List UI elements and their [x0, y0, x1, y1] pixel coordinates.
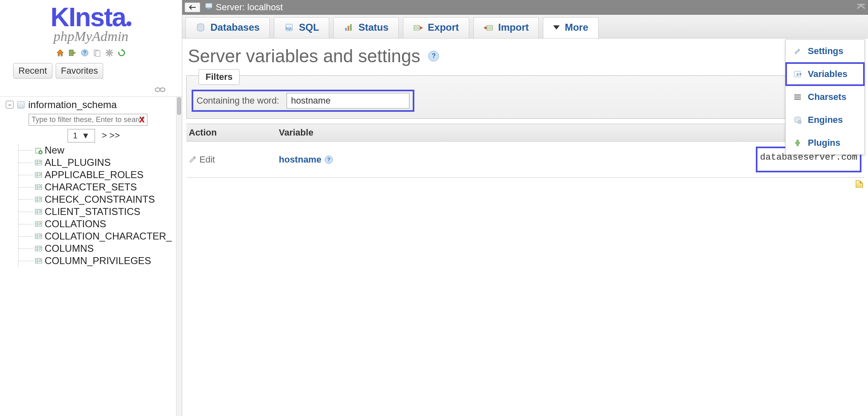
tab-status[interactable]: Status — [333, 17, 398, 38]
tree-table-item[interactable]: COLUMN_PRIVILEGES — [18, 255, 182, 267]
tree-table-item[interactable]: ALL_PLUGINS — [18, 156, 182, 169]
svg-rect-55 — [35, 258, 42, 263]
svg-point-18 — [160, 88, 165, 91]
db-tree: − information_schema X 1 ▼ > >> — [0, 96, 182, 416]
database-icon — [17, 101, 25, 109]
page-content: Server variables and settings ? Filters … — [182, 38, 868, 416]
tab-sql-label: SQL — [299, 22, 319, 33]
help-icon[interactable]: ? — [428, 51, 439, 61]
page-select[interactable]: 1 ▼ — [68, 129, 95, 142]
clear-filter-icon[interactable]: X — [139, 115, 145, 124]
tree-table-label: APPLICABLE_ROLES — [45, 169, 143, 181]
table-icon — [35, 171, 42, 179]
tab-import-label: Import — [498, 22, 529, 33]
reload-icon[interactable] — [117, 48, 126, 57]
gear-icon[interactable] — [105, 48, 114, 57]
more-plugins[interactable]: Plugins — [786, 131, 864, 154]
brand-text: KInsta — [50, 2, 126, 32]
scrollbar-thumb[interactable] — [177, 97, 181, 115]
more-variables[interactable]: s Variables — [786, 63, 864, 86]
svg-rect-6 — [96, 51, 100, 57]
filters-box: Containing the word: — [186, 75, 864, 119]
tree-filter: X — [29, 114, 182, 126]
filters-legend: Filters — [199, 69, 240, 85]
svg-rect-69 — [414, 25, 420, 30]
svg-rect-47 — [35, 234, 42, 239]
tab-export[interactable]: Export — [403, 17, 469, 38]
tree-table-item[interactable]: APPLICABLE_ROLES — [18, 169, 182, 181]
bookmark-icon[interactable] — [856, 180, 863, 188]
tree-table-label: CHARACTER_SETS — [45, 181, 137, 193]
variables-icon: s — [793, 70, 802, 79]
tree-db-row[interactable]: − information_schema — [6, 98, 182, 111]
variable-name[interactable]: hostname ? — [279, 154, 333, 165]
tree-table-item[interactable]: CHECK_CONSTRAINTS — [18, 193, 182, 206]
svg-marker-76 — [484, 26, 486, 29]
more-charsets[interactable]: Charsets — [786, 86, 864, 109]
table-icon — [35, 196, 42, 203]
tab-recent[interactable]: Recent — [13, 63, 52, 79]
tree-filter-input[interactable] — [29, 114, 147, 126]
breadcrumb: Server: localhost — [204, 2, 283, 13]
tab-favorites[interactable]: Favorites — [56, 63, 103, 79]
collapse-panel-icon[interactable] — [857, 2, 866, 13]
tree-table-label: COLUMN_PRIVILEGES — [45, 255, 151, 267]
svg-rect-27 — [35, 172, 42, 177]
tree-table-item[interactable]: COLUMNS — [18, 242, 182, 255]
tree-new[interactable]: New — [18, 144, 182, 156]
svg-rect-68 — [350, 24, 352, 31]
bookmark-corner — [186, 178, 864, 191]
tree-new-label: New — [45, 145, 64, 156]
svg-line-15 — [111, 50, 113, 51]
tree-table-label: CHECK_CONSTRAINTS — [45, 194, 155, 205]
help-icon[interactable]: ? — [80, 48, 89, 57]
chevron-down-icon — [553, 25, 560, 29]
breadcrumb-server-label: Server: — [216, 2, 245, 12]
tree-table-item[interactable]: CLIENT_STATISTICS — [18, 206, 182, 218]
table-icon — [35, 257, 42, 265]
database-icon — [196, 23, 206, 32]
tree-table-item[interactable]: COLLATION_CHARACTER_ — [18, 230, 182, 242]
home-icon[interactable] — [56, 48, 65, 57]
svg-marker-0 — [57, 50, 63, 56]
sidebar-chain-row — [0, 84, 182, 96]
more-variables-label: Variables — [808, 69, 848, 79]
page-title: Server variables and settings ? — [188, 46, 864, 66]
svg-point-17 — [155, 88, 160, 91]
sql-icon: SQL — [284, 23, 294, 32]
tree-table-item[interactable]: CHARACTER_SETS — [18, 181, 182, 193]
variables-table: Action Variable Value Edit — [186, 124, 864, 178]
help-icon[interactable]: ? — [325, 156, 333, 164]
svg-rect-43 — [35, 222, 42, 226]
back-button[interactable] — [185, 2, 200, 12]
tab-sql[interactable]: SQL SQL — [274, 17, 329, 38]
tab-import[interactable]: Import — [473, 17, 539, 38]
db-name: information_schema — [28, 99, 117, 111]
filter-input[interactable] — [287, 93, 409, 109]
tab-more[interactable]: More — [543, 17, 598, 38]
collapse-toggle-icon[interactable]: − — [6, 101, 14, 109]
tree-table-item[interactable]: COLLATIONS — [18, 218, 182, 230]
link-icon[interactable] — [155, 85, 165, 94]
svg-text:?: ? — [83, 50, 86, 56]
breadcrumb-server[interactable]: Server: localhost — [216, 2, 283, 13]
more-settings[interactable]: Settings — [786, 40, 864, 63]
col-action: Action — [186, 124, 276, 142]
table-icon — [35, 208, 42, 215]
tab-databases[interactable]: Databases — [185, 17, 270, 38]
page-select-value: 1 — [73, 131, 77, 140]
more-engines[interactable]: Engines — [786, 109, 864, 131]
svg-rect-35 — [35, 197, 42, 202]
svg-rect-73 — [487, 25, 493, 30]
page-next-button[interactable]: > >> — [102, 130, 120, 141]
docs-icon[interactable] — [93, 48, 102, 57]
tree-scrollbar[interactable] — [176, 97, 182, 416]
svg-rect-39 — [35, 209, 42, 214]
svg-point-84 — [798, 120, 801, 124]
plugins-icon — [793, 138, 802, 147]
svg-rect-51 — [35, 246, 42, 251]
svg-rect-60 — [206, 3, 212, 8]
edit-button[interactable]: Edit — [189, 154, 274, 165]
sidebar: KInsta phpMyAdmin ? — [0, 0, 182, 416]
logout-icon[interactable] — [68, 48, 77, 57]
